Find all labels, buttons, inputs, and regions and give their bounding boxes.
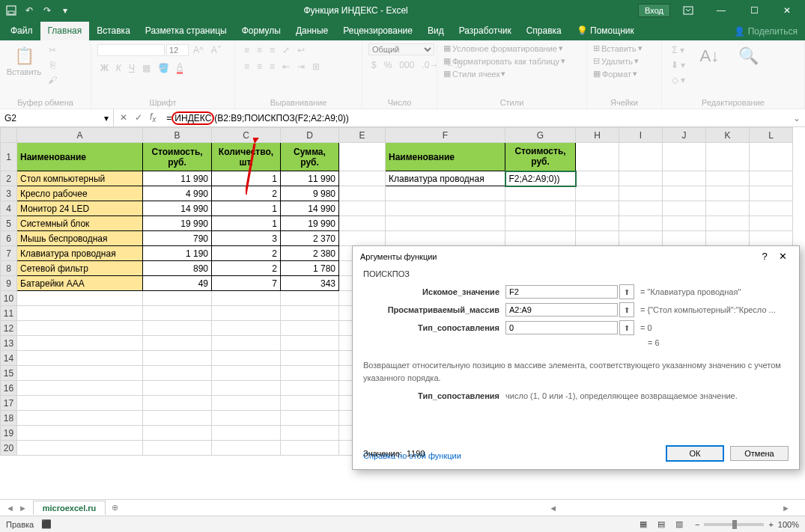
dialog-help-icon[interactable]: ? <box>756 251 774 262</box>
cell[interactable] <box>212 396 281 411</box>
cell[interactable] <box>576 231 619 246</box>
cell[interactable]: Количество, шт. <box>212 143 281 171</box>
cell[interactable] <box>339 171 386 186</box>
cell[interactable] <box>663 216 706 231</box>
row-header[interactable]: 2 <box>1 171 17 186</box>
align-right-icon[interactable]: ≡ <box>267 60 278 73</box>
tab-formulas[interactable]: Формулы <box>234 22 288 40</box>
col-header[interactable]: K <box>706 128 750 143</box>
row-header[interactable]: 20 <box>1 441 17 456</box>
tab-developer[interactable]: Разработчик <box>452 22 519 40</box>
row-header[interactable]: 8 <box>1 261 17 276</box>
number-format-select[interactable]: Общий <box>368 43 434 55</box>
cell[interactable] <box>281 321 339 336</box>
cell[interactable] <box>619 186 663 201</box>
qat-dropdown-icon[interactable]: ▾ <box>57 2 73 19</box>
shrink-font-icon[interactable]: A˅ <box>208 43 225 57</box>
cell[interactable]: Монитор 24 LED <box>17 201 143 216</box>
cell[interactable] <box>619 216 663 231</box>
cell[interactable] <box>505 201 576 216</box>
col-header[interactable]: B <box>143 128 212 143</box>
cell[interactable] <box>281 351 339 366</box>
col-header[interactable]: C <box>212 128 281 143</box>
cell[interactable]: 2 <box>212 246 281 261</box>
cell[interactable] <box>281 306 339 321</box>
indent-dec-icon[interactable]: ⇤ <box>279 60 293 73</box>
cell[interactable]: 9 980 <box>281 186 339 201</box>
login-button[interactable]: Вход <box>638 4 670 17</box>
cell[interactable]: 19 990 <box>143 216 212 231</box>
cell[interactable] <box>143 381 212 396</box>
row-header[interactable]: 1 <box>1 143 17 171</box>
page-break-icon[interactable]: ▥ <box>671 518 687 531</box>
row-header[interactable]: 12 <box>1 321 17 336</box>
fill-icon[interactable]: ⬇ ▾ <box>668 58 688 72</box>
cell[interactable] <box>143 396 212 411</box>
cell[interactable] <box>576 186 619 201</box>
format-table-button[interactable]: ▦ Форматировать как таблицу ▾ <box>443 56 565 66</box>
row-header[interactable]: 11 <box>1 306 17 321</box>
cell[interactable]: Клавиатура проводная <box>17 246 143 261</box>
align-left-icon[interactable]: ≡ <box>241 60 252 73</box>
cut-icon[interactable]: ✂ <box>45 43 60 57</box>
cell[interactable] <box>143 366 212 381</box>
cell[interactable] <box>143 441 212 456</box>
arg-type-input[interactable] <box>505 321 618 334</box>
cell[interactable] <box>706 143 750 171</box>
row-header[interactable]: 6 <box>1 231 17 246</box>
cell[interactable] <box>212 336 281 351</box>
cell[interactable]: 2 380 <box>281 246 339 261</box>
cell[interactable]: 14 990 <box>143 201 212 216</box>
cell[interactable] <box>663 143 706 171</box>
font-color-icon[interactable]: A <box>174 60 186 76</box>
cell[interactable] <box>339 216 386 231</box>
ref-button-icon[interactable]: ⬆ <box>619 302 634 317</box>
cell[interactable]: 7 <box>212 276 281 291</box>
cell[interactable] <box>212 291 281 306</box>
font-name-input[interactable] <box>97 44 165 56</box>
cell[interactable] <box>281 396 339 411</box>
cell[interactable] <box>576 216 619 231</box>
active-cell[interactable]: F2;A2:A9;0)) <box>505 171 576 186</box>
cell[interactable]: 1 190 <box>143 246 212 261</box>
ribbon-options-icon[interactable] <box>673 0 703 21</box>
cell[interactable] <box>212 441 281 456</box>
page-layout-icon[interactable]: ▤ <box>653 518 669 531</box>
enter-formula-icon[interactable]: ✓ <box>135 112 142 123</box>
conditional-format-button[interactable]: ▦ Условное форматирование ▾ <box>443 43 563 53</box>
share-button[interactable]: 👤 Поделиться <box>726 22 805 40</box>
format-cells-button[interactable]: ▦ Формат ▾ <box>593 69 637 79</box>
cell[interactable] <box>281 426 339 441</box>
cell[interactable]: 2 <box>212 261 281 276</box>
cell[interactable]: 2 <box>212 186 281 201</box>
currency-icon[interactable]: $ <box>368 58 380 72</box>
cell[interactable] <box>505 216 576 231</box>
cancel-formula-icon[interactable]: ✕ <box>120 112 127 123</box>
cell[interactable] <box>17 426 143 441</box>
undo-icon[interactable]: ↶ <box>21 2 37 19</box>
row-header[interactable]: 5 <box>1 216 17 231</box>
row-header[interactable]: 7 <box>1 246 17 261</box>
cell[interactable]: Системный блок <box>17 216 143 231</box>
cell[interactable] <box>619 231 663 246</box>
zoom-level[interactable]: 100% <box>778 520 799 529</box>
cell[interactable]: Кресло рабочее <box>17 186 143 201</box>
cell[interactable] <box>17 291 143 306</box>
cell[interactable]: Клавиатура проводная <box>386 171 505 186</box>
cell[interactable] <box>750 216 793 231</box>
grow-font-icon[interactable]: A^ <box>190 43 207 57</box>
percent-icon[interactable]: % <box>381 58 395 72</box>
cell[interactable] <box>143 351 212 366</box>
cell[interactable] <box>17 306 143 321</box>
formula-input[interactable]: =ИНДЕКС(B2:B9;ПОИСКПОЗ(F2;A2:A9;0)) <box>162 113 789 123</box>
cell[interactable] <box>281 366 339 381</box>
row-header[interactable]: 10 <box>1 291 17 306</box>
cell[interactable]: Наименование <box>17 143 143 171</box>
fill-color-icon[interactable]: 🪣 <box>155 61 172 75</box>
cell[interactable] <box>386 216 505 231</box>
cell[interactable] <box>212 306 281 321</box>
cell[interactable] <box>143 336 212 351</box>
align-top-icon[interactable]: ≡ <box>241 43 252 57</box>
autosum-icon[interactable]: Σ ▾ <box>668 43 688 57</box>
cell[interactable] <box>339 201 386 216</box>
